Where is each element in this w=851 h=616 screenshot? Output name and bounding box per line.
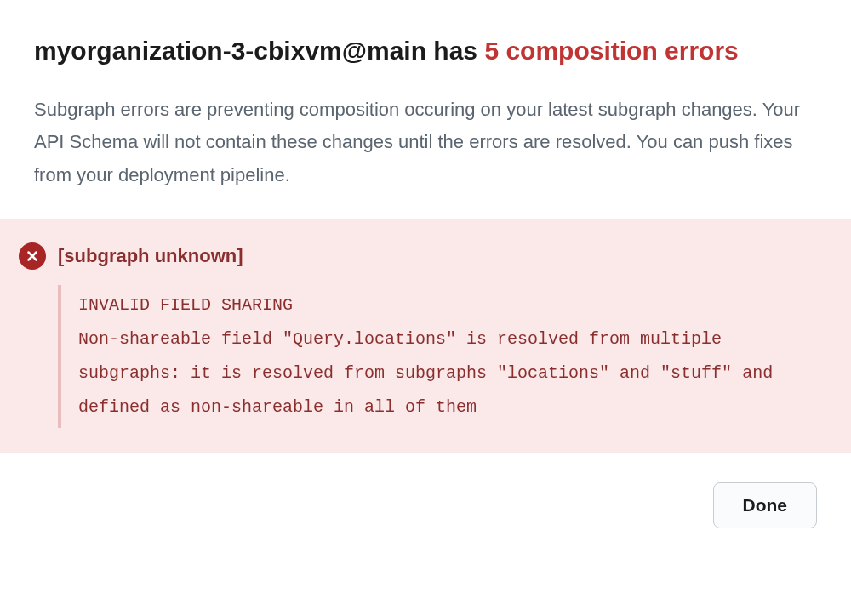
error-code: INVALID_FIELD_SHARING Non-shareable fiel… — [78, 288, 817, 425]
description-text: Subgraph errors are preventing compositi… — [34, 94, 817, 192]
done-button[interactable]: Done — [713, 482, 818, 528]
error-body: INVALID_FIELD_SHARING Non-shareable fiel… — [58, 285, 817, 428]
error-block: [subgraph unknown] INVALID_FIELD_SHARING… — [0, 219, 851, 453]
error-title: [subgraph unknown] — [58, 245, 243, 267]
heading-prefix: myorganization-3-cbixvm@main has — [34, 37, 484, 65]
error-header: [subgraph unknown] — [19, 242, 817, 270]
page-title: myorganization-3-cbixvm@main has 5 compo… — [34, 32, 817, 70]
heading-error-count: 5 composition errors — [484, 37, 738, 65]
dialog-container: myorganization-3-cbixvm@main has 5 compo… — [0, 0, 851, 453]
dialog-footer: Done — [0, 453, 851, 528]
error-icon — [19, 242, 46, 270]
